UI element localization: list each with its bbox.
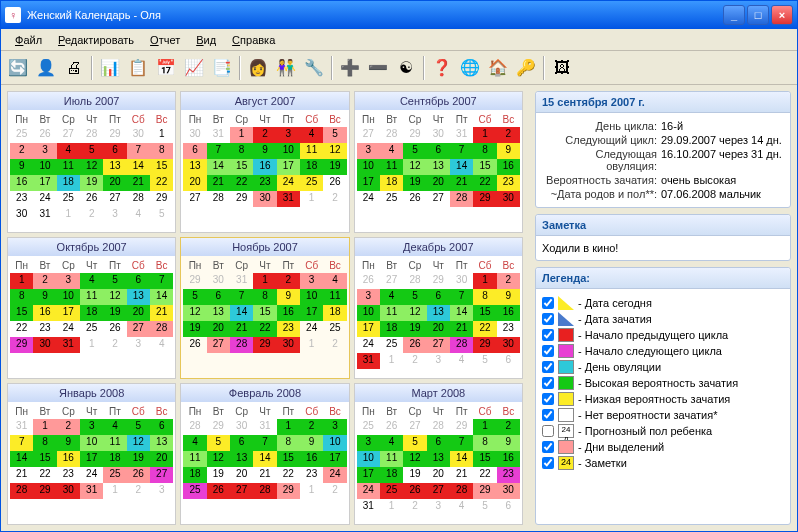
- legend-checkbox[interactable]: [542, 377, 554, 389]
- day-cell[interactable]: 29: [450, 419, 473, 435]
- legend-checkbox[interactable]: [542, 313, 554, 325]
- day-cell[interactable]: 10: [323, 435, 346, 451]
- day-cell[interactable]: 16: [497, 159, 520, 175]
- image-icon[interactable]: 🖼: [549, 55, 575, 81]
- day-cell[interactable]: 27: [357, 127, 380, 143]
- day-cell[interactable]: 1: [277, 419, 300, 435]
- day-cell[interactable]: 2: [277, 273, 300, 289]
- day-cell[interactable]: 1: [300, 483, 323, 499]
- day-cell[interactable]: 5: [80, 143, 103, 159]
- day-cell[interactable]: 29: [230, 191, 253, 207]
- day-cell[interactable]: 6: [497, 353, 520, 369]
- day-cell[interactable]: 28: [150, 321, 173, 337]
- day-cell[interactable]: 12: [403, 305, 426, 321]
- day-cell[interactable]: 25: [380, 483, 403, 499]
- day-cell[interactable]: 25: [80, 321, 103, 337]
- day-cell[interactable]: 1: [150, 127, 173, 143]
- day-cell[interactable]: 14: [127, 159, 150, 175]
- day-cell[interactable]: 10: [33, 159, 56, 175]
- settings-icon[interactable]: 🔧: [301, 55, 327, 81]
- legend-checkbox[interactable]: [542, 329, 554, 341]
- day-cell[interactable]: 19: [103, 305, 126, 321]
- day-cell[interactable]: 23: [10, 191, 33, 207]
- day-cell[interactable]: 6: [183, 143, 206, 159]
- day-cell[interactable]: 14: [230, 305, 253, 321]
- day-cell[interactable]: 18: [183, 467, 206, 483]
- day-cell[interactable]: 14: [450, 305, 473, 321]
- day-cell[interactable]: 10: [357, 305, 380, 321]
- day-cell[interactable]: 3: [33, 143, 56, 159]
- day-cell[interactable]: 7: [230, 289, 253, 305]
- day-cell[interactable]: 2: [323, 191, 346, 207]
- day-cell[interactable]: 20: [207, 321, 230, 337]
- day-cell[interactable]: 17: [277, 159, 300, 175]
- day-cell[interactable]: 11: [380, 305, 403, 321]
- day-cell[interactable]: 8: [10, 289, 33, 305]
- month-header[interactable]: Сентябрь 2007: [355, 92, 522, 110]
- day-cell[interactable]: 21: [10, 467, 33, 483]
- day-cell[interactable]: 27: [207, 337, 230, 353]
- day-cell[interactable]: 29: [183, 273, 206, 289]
- day-cell[interactable]: 7: [450, 289, 473, 305]
- day-cell[interactable]: 24: [357, 337, 380, 353]
- day-cell[interactable]: 14: [450, 451, 473, 467]
- day-cell[interactable]: 13: [127, 289, 150, 305]
- day-cell[interactable]: 1: [230, 127, 253, 143]
- day-cell[interactable]: 5: [323, 127, 346, 143]
- day-cell[interactable]: 11: [57, 159, 80, 175]
- day-cell[interactable]: 31: [10, 419, 33, 435]
- day-cell[interactable]: 17: [80, 451, 103, 467]
- day-cell[interactable]: 4: [450, 499, 473, 515]
- day-cell[interactable]: 23: [497, 175, 520, 191]
- day-cell[interactable]: 9: [497, 435, 520, 451]
- day-cell[interactable]: 21: [450, 467, 473, 483]
- table-icon[interactable]: 📑: [209, 55, 235, 81]
- day-cell[interactable]: 20: [127, 305, 150, 321]
- day-cell[interactable]: 10: [80, 435, 103, 451]
- day-cell[interactable]: 30: [450, 273, 473, 289]
- day-cell[interactable]: 11: [380, 451, 403, 467]
- day-cell[interactable]: 19: [403, 321, 426, 337]
- day-cell[interactable]: 28: [380, 127, 403, 143]
- day-cell[interactable]: 17: [300, 305, 323, 321]
- day-cell[interactable]: 11: [300, 143, 323, 159]
- refresh-icon[interactable]: 🔄: [5, 55, 31, 81]
- day-cell[interactable]: 13: [183, 159, 206, 175]
- day-cell[interactable]: 22: [10, 321, 33, 337]
- day-cell[interactable]: 15: [33, 451, 56, 467]
- day-cell[interactable]: 13: [427, 159, 450, 175]
- day-cell[interactable]: 26: [323, 175, 346, 191]
- day-cell[interactable]: 27: [57, 127, 80, 143]
- day-cell[interactable]: 17: [357, 467, 380, 483]
- day-cell[interactable]: 27: [127, 321, 150, 337]
- day-cell[interactable]: 16: [33, 305, 56, 321]
- day-cell[interactable]: 15: [473, 451, 496, 467]
- day-cell[interactable]: 13: [103, 159, 126, 175]
- day-cell[interactable]: 1: [473, 273, 496, 289]
- titlebar[interactable]: ♀ Женский Календарь - Оля _ □ ×: [1, 1, 797, 29]
- legend-checkbox[interactable]: [542, 409, 554, 421]
- day-cell[interactable]: 25: [357, 419, 380, 435]
- day-cell[interactable]: 14: [450, 159, 473, 175]
- day-cell[interactable]: 1: [380, 353, 403, 369]
- day-cell[interactable]: 28: [207, 191, 230, 207]
- day-cell[interactable]: 6: [427, 143, 450, 159]
- day-cell[interactable]: 7: [450, 435, 473, 451]
- day-cell[interactable]: 15: [473, 305, 496, 321]
- day-cell[interactable]: 23: [497, 467, 520, 483]
- day-cell[interactable]: 2: [103, 337, 126, 353]
- day-cell[interactable]: 19: [127, 451, 150, 467]
- day-cell[interactable]: 28: [183, 419, 206, 435]
- day-cell[interactable]: 25: [57, 191, 80, 207]
- day-cell[interactable]: 5: [183, 289, 206, 305]
- day-cell[interactable]: 26: [357, 273, 380, 289]
- day-cell[interactable]: 21: [450, 175, 473, 191]
- day-cell[interactable]: 1: [473, 127, 496, 143]
- home-icon[interactable]: 🏠: [485, 55, 511, 81]
- day-cell[interactable]: 15: [277, 451, 300, 467]
- day-cell[interactable]: 9: [253, 143, 276, 159]
- month-header[interactable]: Февраль 2008: [181, 384, 348, 402]
- day-cell[interactable]: 22: [277, 467, 300, 483]
- day-cell[interactable]: 7: [150, 273, 173, 289]
- day-cell[interactable]: 23: [300, 467, 323, 483]
